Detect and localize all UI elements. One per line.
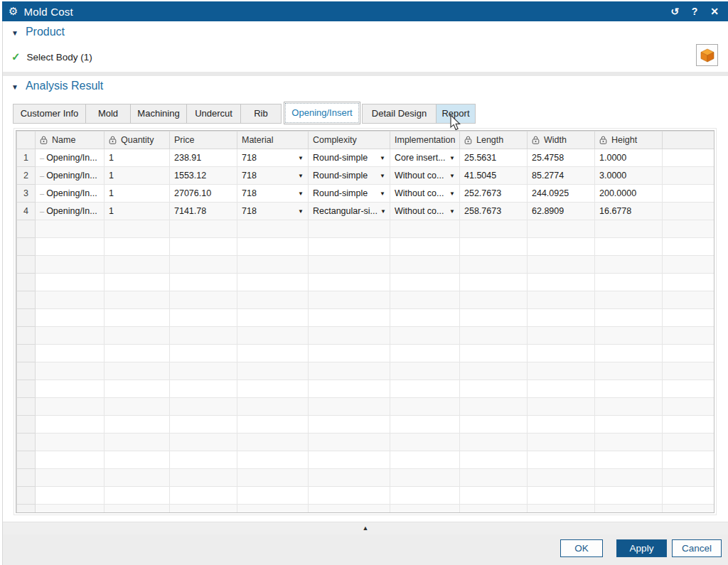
- cell-price[interactable]: 7141.78: [170, 203, 237, 220]
- dropdown-arrow-icon[interactable]: ▼: [377, 155, 385, 161]
- tab-undercut[interactable]: Undercut: [187, 104, 241, 124]
- tab-mold[interactable]: Mold: [86, 104, 131, 124]
- tab-opening-insert[interactable]: Opening/Insert: [284, 102, 360, 124]
- cell-width[interactable]: 244.0925: [528, 185, 595, 203]
- reset-icon[interactable]: ↺: [668, 6, 681, 17]
- column-header-rownum[interactable]: [17, 131, 36, 149]
- row-number[interactable]: [17, 309, 36, 327]
- product-section-header[interactable]: ▼ Product: [11, 26, 65, 38]
- dropdown-arrow-icon[interactable]: ▼: [377, 173, 385, 179]
- column-header-height[interactable]: Height: [595, 131, 663, 149]
- cell-implementation[interactable]: Without co...▼: [390, 167, 460, 185]
- row-number[interactable]: [17, 451, 36, 469]
- dropdown-arrow-icon[interactable]: ▼: [378, 208, 386, 215]
- apply-button[interactable]: Apply: [616, 539, 667, 557]
- row-number[interactable]: [17, 291, 36, 309]
- cell-complexity[interactable]: Round-simple▼: [309, 185, 390, 203]
- cell-length[interactable]: 252.7673: [460, 185, 528, 203]
- column-header-material[interactable]: Material: [237, 131, 309, 149]
- row-number[interactable]: [17, 487, 36, 505]
- cell-quantity[interactable]: 1: [105, 167, 170, 185]
- dialog-titlebar[interactable]: ⚙ Mold Cost ↺ ? ✕: [2, 1, 728, 21]
- cell-material[interactable]: 718▼: [237, 203, 309, 220]
- cell-length[interactable]: 258.7673: [460, 203, 528, 220]
- row-number[interactable]: [17, 416, 36, 434]
- dropdown-arrow-icon[interactable]: ▼: [446, 208, 455, 215]
- table-row-empty: [17, 505, 714, 514]
- cell-price[interactable]: 1553.12: [170, 167, 237, 185]
- row-number[interactable]: [17, 505, 36, 514]
- cell-implementation[interactable]: Without co...▼: [390, 185, 460, 203]
- row-number[interactable]: [17, 469, 36, 487]
- cell-complexity[interactable]: Round-simple▼: [309, 149, 390, 167]
- dropdown-arrow-icon[interactable]: ▼: [295, 190, 304, 197]
- dropdown-arrow-icon[interactable]: ▼: [446, 173, 455, 179]
- cell-length[interactable]: 41.5045: [460, 167, 528, 185]
- tab-report[interactable]: Report: [437, 104, 476, 124]
- row-number[interactable]: [17, 238, 36, 256]
- row-number[interactable]: [17, 398, 36, 416]
- cell-complexity[interactable]: Rectangular-si...▼: [309, 203, 390, 220]
- cell-name[interactable]: –Opening/In...: [36, 203, 105, 220]
- column-header-quantity[interactable]: Quantity: [105, 131, 170, 149]
- cell-complexity[interactable]: Round-simple▼: [309, 167, 390, 185]
- cell-implementation[interactable]: Core insert...▼: [390, 149, 460, 167]
- column-header-name[interactable]: Name: [36, 131, 105, 149]
- cell-quantity[interactable]: 1: [105, 149, 170, 167]
- cell-height[interactable]: 1.0000: [595, 149, 663, 167]
- row-number[interactable]: [17, 256, 36, 274]
- cell-quantity[interactable]: 1: [105, 185, 170, 203]
- row-number[interactable]: [17, 345, 36, 362]
- help-icon[interactable]: ?: [688, 6, 701, 17]
- cell-material[interactable]: 718▼: [237, 167, 309, 185]
- cell-name[interactable]: –Opening/In...: [36, 149, 105, 167]
- row-number[interactable]: [17, 380, 36, 398]
- row-number[interactable]: [17, 327, 36, 345]
- cell-width[interactable]: 85.2774: [528, 167, 595, 185]
- dropdown-arrow-icon[interactable]: ▼: [295, 208, 304, 215]
- tab-customer-info[interactable]: Customer Info: [13, 104, 86, 124]
- analysis-section-header[interactable]: ▼ Analysis Result: [11, 80, 103, 92]
- dropdown-arrow-icon[interactable]: ▼: [295, 173, 304, 179]
- cell-quantity[interactable]: 1: [105, 203, 170, 220]
- cell-price: [170, 291, 237, 309]
- row-number[interactable]: 2: [17, 167, 36, 185]
- row-number[interactable]: 1: [17, 149, 36, 167]
- row-number[interactable]: [17, 434, 36, 451]
- row-number[interactable]: [17, 220, 36, 238]
- cell-name[interactable]: –Opening/In...: [36, 167, 105, 185]
- row-number[interactable]: 3: [17, 185, 36, 203]
- dropdown-arrow-icon[interactable]: ▼: [446, 190, 455, 197]
- tab-rib[interactable]: Rib: [241, 104, 282, 124]
- column-header-complexity[interactable]: Complexity: [309, 131, 390, 149]
- cell-height[interactable]: 3.0000: [595, 167, 663, 185]
- column-header-price[interactable]: Price: [170, 131, 237, 149]
- cell-name[interactable]: –Opening/In...: [36, 185, 105, 203]
- tab-machining[interactable]: Machining: [131, 104, 187, 124]
- cell-length[interactable]: 25.5631: [460, 149, 528, 167]
- cell-implementation[interactable]: Without co...▼: [390, 203, 460, 220]
- select-body-button[interactable]: [696, 44, 718, 66]
- row-number[interactable]: 4: [17, 203, 36, 220]
- cell-width[interactable]: 25.4758: [528, 149, 595, 167]
- dropdown-arrow-icon[interactable]: ▼: [446, 155, 455, 161]
- column-header-width[interactable]: Width: [528, 131, 595, 149]
- column-header-length[interactable]: Length: [460, 131, 528, 149]
- cell-price[interactable]: 27076.10: [170, 185, 237, 203]
- tab-detail-design[interactable]: Detail Design: [362, 104, 437, 124]
- dropdown-arrow-icon[interactable]: ▼: [295, 155, 304, 161]
- cell-width[interactable]: 62.8909: [528, 203, 595, 220]
- dropdown-arrow-icon[interactable]: ▼: [377, 190, 385, 197]
- cell-height[interactable]: 16.6778: [595, 203, 663, 220]
- cell-price[interactable]: 238.91: [170, 149, 237, 167]
- close-icon[interactable]: ✕: [708, 6, 721, 17]
- ok-button[interactable]: OK: [560, 539, 603, 557]
- cancel-button[interactable]: Cancel: [672, 539, 722, 557]
- cell-height[interactable]: 200.0000: [595, 185, 663, 203]
- cell-material[interactable]: 718▼: [237, 185, 309, 203]
- row-number[interactable]: [17, 274, 36, 291]
- dialog-collapse-strip[interactable]: ▲: [3, 522, 728, 535]
- row-number[interactable]: [17, 362, 36, 380]
- cell-material[interactable]: 718▼: [237, 149, 309, 167]
- column-header-implementation[interactable]: Implementation: [390, 131, 460, 149]
